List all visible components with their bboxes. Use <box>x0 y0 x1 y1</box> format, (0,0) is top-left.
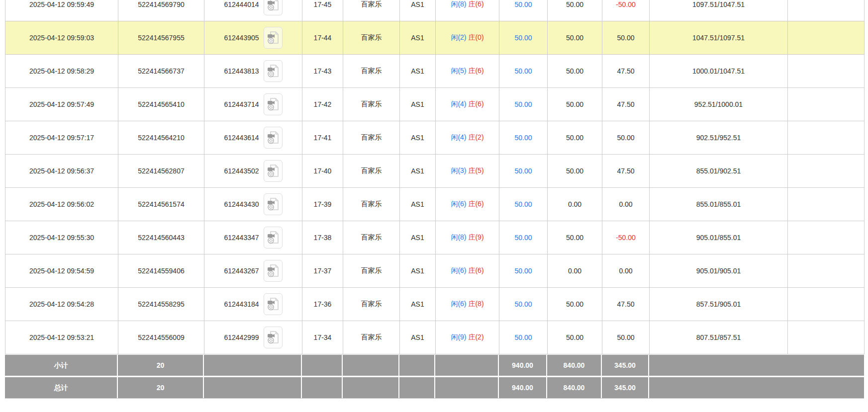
cell-balance: 905.01/905.01 <box>650 254 788 288</box>
cell-round-id: 612443614 <box>204 121 302 155</box>
cell-bet-amount: 50.00 <box>499 55 548 88</box>
round-id-text: 612443430 <box>224 200 259 208</box>
cell-result: 闲(5) 庄(6) <box>436 55 499 88</box>
cell-win-loss: 47.50 <box>602 155 650 188</box>
table-row[interactable]: 2025-04-12 09:59:03 522414567955 6124439… <box>5 21 865 55</box>
result-banker: 庄(6) <box>468 67 483 75</box>
cell-balance: 905.01/855.01 <box>650 221 788 254</box>
cell-valid-amount: 0.00 <box>548 254 602 288</box>
video-replay-button[interactable] <box>264 60 283 82</box>
video-replay-button[interactable] <box>264 227 283 248</box>
bet-amount-link[interactable]: 50.00 <box>514 267 532 275</box>
table-row[interactable]: 2025-04-12 09:55:30 522414560443 6124433… <box>5 221 865 254</box>
cell-table-name: AS1 <box>400 121 436 155</box>
cell-bet-amount: 50.00 <box>499 188 548 221</box>
cell-round-no: 17-40 <box>302 155 343 188</box>
cell-round-id: 612444014 <box>204 0 302 21</box>
summary-bet-total: 940.00 <box>499 355 547 376</box>
video-replay-button[interactable] <box>264 93 283 115</box>
cell-bet-time: 2025-04-12 09:59:49 <box>5 0 118 21</box>
video-file-icon <box>267 97 279 111</box>
cell-win-loss: 47.50 <box>602 55 650 88</box>
bet-amount-link[interactable]: 50.00 <box>514 200 532 208</box>
cell-round-no: 17-37 <box>302 254 343 288</box>
video-replay-button[interactable] <box>264 260 283 282</box>
video-replay-button[interactable] <box>264 293 283 315</box>
cell-win-loss: 50.00 <box>602 21 650 55</box>
cell-bet-time: 2025-04-12 09:54:28 <box>5 288 118 321</box>
cell-table-name: AS1 <box>400 155 436 188</box>
video-file-icon <box>267 131 279 145</box>
cell-bet-id: 522414560443 <box>118 221 204 254</box>
cell-bet-amount: 50.00 <box>499 321 548 354</box>
table-row[interactable]: 2025-04-12 09:59:49 522414569790 6124440… <box>5 0 865 21</box>
result-player: 闲(6) <box>451 200 466 208</box>
result-banker: 庄(6) <box>468 0 483 8</box>
cell-win-loss: 47.50 <box>602 88 650 121</box>
bet-amount-link[interactable]: 50.00 <box>514 67 532 75</box>
bet-amount-link[interactable]: 50.00 <box>514 134 532 142</box>
cell-bet-id: 522414569790 <box>118 0 204 21</box>
round-id-text: 612443502 <box>224 167 259 175</box>
cell-result: 闲(8) 庄(6) <box>436 0 499 21</box>
bet-amount-link[interactable]: 50.00 <box>514 167 532 175</box>
cell-result: 闲(4) 庄(2) <box>436 121 499 155</box>
cell-round-id: 612443267 <box>204 254 302 288</box>
cell-round-no: 17-38 <box>302 221 343 254</box>
video-replay-button[interactable] <box>264 127 283 149</box>
cell-result: 闲(6) 庄(8) <box>436 288 499 321</box>
cell-win-loss: 0.00 <box>602 254 650 288</box>
cell-table-name: AS1 <box>400 55 436 88</box>
cell-round-no: 17-45 <box>302 0 343 21</box>
bet-amount-link[interactable]: 50.00 <box>514 300 532 308</box>
cell-bet-amount: 50.00 <box>499 88 548 121</box>
video-replay-button[interactable] <box>264 193 283 215</box>
cell-valid-amount: 50.00 <box>548 21 602 55</box>
cell-bet-id: 522414565410 <box>118 88 204 121</box>
cell-balance: 807.51/857.51 <box>650 321 788 354</box>
cell-action-empty <box>788 121 865 155</box>
cell-win-loss: -50.00 <box>602 0 650 21</box>
cell-round-id: 612442999 <box>204 321 302 354</box>
table-row[interactable]: 2025-04-12 09:57:49 522414565410 6124437… <box>5 88 865 121</box>
cell-table-name: AS1 <box>400 288 436 321</box>
cell-bet-id: 522414561574 <box>118 188 204 221</box>
cell-round-id: 612443184 <box>204 288 302 321</box>
table-row[interactable]: 2025-04-12 09:53:21 522414556009 6124429… <box>5 321 865 354</box>
video-replay-button[interactable] <box>264 27 283 49</box>
bet-amount-link[interactable]: 50.00 <box>514 100 532 108</box>
round-id-text: 612443714 <box>224 100 259 108</box>
table-row[interactable]: 2025-04-12 09:56:37 522414562807 6124435… <box>5 155 865 188</box>
cell-bet-time: 2025-04-12 09:53:21 <box>5 321 118 354</box>
cell-bet-id: 522414566737 <box>118 55 204 88</box>
result-player: 闲(5) <box>451 67 466 75</box>
bet-amount-link[interactable]: 50.00 <box>514 34 532 42</box>
cell-action-empty <box>788 288 865 321</box>
video-replay-button[interactable] <box>264 0 283 15</box>
bet-amount-link[interactable]: 50.00 <box>514 234 532 242</box>
table-row[interactable]: 2025-04-12 09:58:29 522414566737 6124438… <box>5 55 865 88</box>
table-row[interactable]: 2025-04-12 09:57:17 522414564210 6124436… <box>5 121 865 155</box>
cell-win-loss: -50.00 <box>602 221 650 254</box>
cell-game-type: 百家乐 <box>343 21 400 55</box>
table-row[interactable]: 2025-04-12 09:54:28 522414558295 6124431… <box>5 288 865 321</box>
cell-bet-amount: 50.00 <box>499 155 548 188</box>
cell-result: 闲(4) 庄(6) <box>436 88 499 121</box>
bet-amount-link[interactable]: 50.00 <box>514 333 532 341</box>
cell-table-name: AS1 <box>400 0 436 21</box>
table-row[interactable]: 2025-04-12 09:54:59 522414559406 6124432… <box>5 254 865 288</box>
table-row[interactable]: 2025-04-12 09:56:02 522414561574 6124434… <box>5 188 865 221</box>
video-file-icon <box>267 0 279 11</box>
round-id-text: 612443347 <box>224 234 259 242</box>
bet-amount-link[interactable]: 50.00 <box>514 0 532 8</box>
video-replay-button[interactable] <box>264 327 283 348</box>
cell-bet-id: 522414559406 <box>118 254 204 288</box>
cell-bet-time: 2025-04-12 09:54:59 <box>5 254 118 288</box>
video-file-icon <box>267 64 279 78</box>
cell-round-id: 612443905 <box>204 21 302 55</box>
cell-round-no: 17-36 <box>302 288 343 321</box>
video-replay-button[interactable] <box>264 160 283 182</box>
cell-round-no: 17-39 <box>302 188 343 221</box>
cell-result: 闲(6) 庄(6) <box>436 254 499 288</box>
cell-action-empty <box>788 55 865 88</box>
